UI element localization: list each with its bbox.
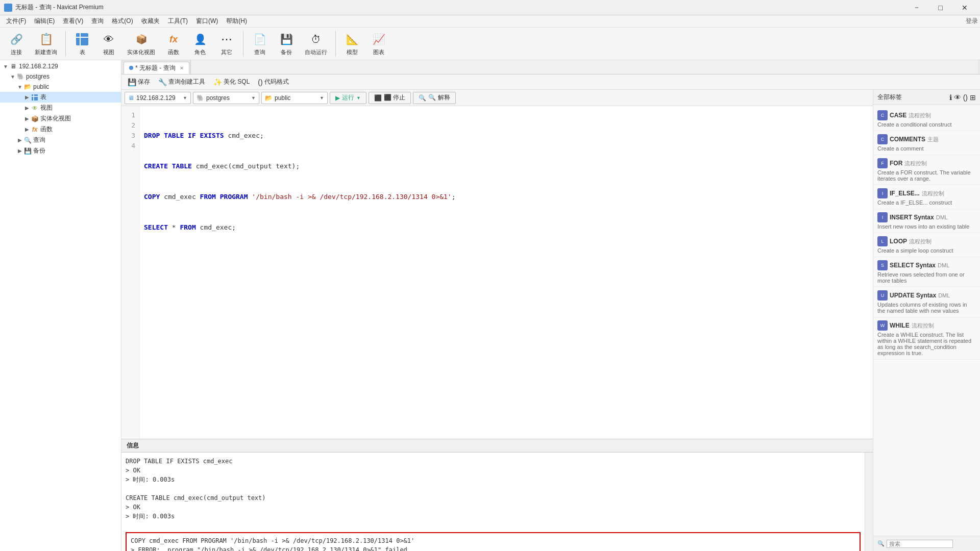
toolbar-autorun[interactable]: ⏱ 自动运行 bbox=[301, 29, 331, 58]
snippet-insert-icon: I bbox=[877, 212, 888, 222]
snippet-select[interactable]: S SELECT Syntax DML Retrieve rows select… bbox=[873, 257, 980, 287]
snippet-case-name: CASE bbox=[890, 112, 906, 119]
tree-queries[interactable]: ▶ 🔍 查询 bbox=[0, 135, 121, 145]
snippet-list: C CASE 流程控制 Create a conditional constru… bbox=[873, 105, 980, 536]
connection-selector[interactable]: 🖥 192.168.2.129 ▼ bbox=[125, 92, 191, 104]
snippet-insert-name: INSERT Syntax bbox=[890, 214, 934, 221]
toolbar-matview[interactable]: 📦 实体化视图 bbox=[123, 29, 159, 58]
login-label: 登录 bbox=[966, 17, 978, 26]
maximize-button[interactable]: □ bbox=[929, 0, 952, 15]
tables-label: 表 bbox=[40, 93, 46, 102]
database-selector[interactable]: 🐘 postgres ▼ bbox=[193, 92, 259, 104]
schema-selector[interactable]: 📂 public ▼ bbox=[261, 92, 328, 104]
tab-search-input[interactable] bbox=[195, 63, 974, 70]
menu-format[interactable]: 格式(O) bbox=[108, 15, 137, 27]
sql-code-area[interactable]: DROP TABLE IF EXISTS cmd_exec; CREATE TA… bbox=[140, 106, 873, 439]
sql-editor[interactable]: 1 2 3 4 DROP TABLE IF EXISTS cmd_exec; C… bbox=[121, 106, 873, 439]
db-icon: 🐘 bbox=[197, 94, 204, 102]
toolbar-other[interactable]: ⋯ 其它 bbox=[214, 29, 239, 58]
toolbar-new-query[interactable]: 📋 新建查询 bbox=[31, 29, 61, 58]
snippet-while[interactable]: W WHILE 流程控制 Create a WHILE construct. T… bbox=[873, 317, 980, 360]
sidebar-info-icon[interactable]: ℹ bbox=[949, 93, 952, 102]
backups-expand-icon[interactable]: ▶ bbox=[16, 148, 23, 154]
schema-expand-icon[interactable]: ▼ bbox=[16, 84, 23, 90]
run-icon: ▶ bbox=[335, 94, 340, 102]
sidebar-paren-icon[interactable]: () bbox=[963, 93, 968, 102]
line-num-4: 4 bbox=[121, 141, 139, 151]
sidebar-grid-icon[interactable]: ⊞ bbox=[970, 93, 976, 102]
snippet-comments[interactable]: C COMMENTS 主题 Create a comment bbox=[873, 131, 980, 155]
app-icon bbox=[4, 4, 12, 12]
snippet-insert[interactable]: I INSERT Syntax DML Insert new rows into… bbox=[873, 209, 980, 233]
results-body: DROP TABLE IF EXISTS cmd_exec > OK > 时间:… bbox=[121, 453, 865, 551]
tree-views[interactable]: ▶ 👁 视图 bbox=[0, 103, 121, 113]
results-scrollbar[interactable] bbox=[865, 453, 873, 551]
snippet-for[interactable]: F FOR 流程控制 Create a FOR construct. The v… bbox=[873, 155, 980, 185]
tab-close-icon[interactable]: ✕ bbox=[180, 65, 184, 71]
tab-query1[interactable]: * 无标题 - 查询 ✕ bbox=[124, 62, 189, 74]
menu-query[interactable]: 查询 bbox=[87, 15, 108, 27]
backups-label: 备份 bbox=[33, 146, 45, 155]
menu-tools[interactable]: 工具(T) bbox=[164, 15, 192, 27]
results-header: 信息 bbox=[121, 439, 873, 453]
snippet-search-input[interactable] bbox=[887, 540, 953, 548]
line-num-1: 1 bbox=[121, 110, 139, 120]
tree-backups[interactable]: ▶ 💾 备份 bbox=[0, 145, 121, 156]
menu-help[interactable]: 帮助(H) bbox=[222, 15, 251, 27]
snippet-update-desc: Updates columns of existing rows in the … bbox=[877, 302, 976, 314]
server-expand-icon[interactable]: ▼ bbox=[2, 64, 9, 69]
tree-matviews[interactable]: ▶ 📦 实体化视图 bbox=[0, 113, 121, 124]
explain-button[interactable]: 🔍 🔍 解释 bbox=[413, 92, 455, 104]
toolbar-function[interactable]: fx 函数 bbox=[161, 29, 186, 58]
toolbar-connect[interactable]: 🔗 连接 bbox=[4, 29, 29, 58]
toolbar-table[interactable]: 表 bbox=[70, 29, 94, 58]
sql-line-4: SELECT * FROM cmd_exec; bbox=[144, 222, 869, 233]
tree-server[interactable]: ▼ 🖥 192.168.2.129 bbox=[0, 61, 121, 71]
db-expand-icon[interactable]: ▼ bbox=[9, 74, 16, 80]
toolbar-backup[interactable]: 💾 备份 bbox=[274, 29, 299, 58]
backups-icon: 💾 bbox=[23, 147, 32, 155]
sidebar-eye-icon[interactable]: 👁 bbox=[954, 93, 961, 102]
tree-tables[interactable]: ▶ 表 bbox=[0, 92, 121, 103]
beautify-button[interactable]: ✨ 美化 SQL bbox=[210, 77, 253, 87]
close-button[interactable]: ✕ bbox=[953, 0, 976, 15]
functions-expand-icon[interactable]: ▶ bbox=[23, 127, 31, 132]
toolbar-chart[interactable]: 📈 图表 bbox=[366, 29, 391, 58]
snippet-loop[interactable]: L LOOP 流程控制 Create a simple loop constru… bbox=[873, 233, 980, 257]
views-icon: 👁 bbox=[31, 104, 39, 112]
toolbar-view[interactable]: 👁 视图 bbox=[96, 29, 121, 58]
queries-expand-icon[interactable]: ▶ bbox=[16, 137, 23, 143]
new-query-label: 新建查询 bbox=[35, 48, 57, 56]
stop-button[interactable]: ⬛ ⬛ 停止 bbox=[369, 92, 411, 104]
save-button[interactable]: 💾 保存 bbox=[125, 77, 153, 87]
snippet-loop-desc: Create a simple loop construct bbox=[877, 247, 976, 254]
sidebar-header: 全部标签 ℹ 👁 () ⊞ bbox=[873, 90, 980, 105]
tree-db-postgres[interactable]: ▼ 🐘 postgres bbox=[0, 71, 121, 82]
query-builder-button[interactable]: 🔧 查询创建工具 bbox=[155, 77, 208, 87]
code-format-button[interactable]: () 代码格式 bbox=[255, 77, 291, 87]
views-expand-icon[interactable]: ▶ bbox=[23, 105, 31, 111]
toolbar-role[interactable]: 👤 角色 bbox=[188, 29, 212, 58]
snippet-case[interactable]: C CASE 流程控制 Create a conditional constru… bbox=[873, 107, 980, 131]
model-label: 模型 bbox=[347, 48, 358, 56]
tree-schema-public[interactable]: ▼ 📂 public bbox=[0, 82, 121, 92]
menu-window[interactable]: 窗口(W) bbox=[192, 15, 222, 27]
snippet-update[interactable]: U UPDATE Syntax DML Updates columns of e… bbox=[873, 287, 980, 317]
snippet-comments-tag: 主题 bbox=[927, 136, 939, 143]
tables-expand-icon[interactable]: ▶ bbox=[23, 94, 31, 100]
tree-functions[interactable]: ▶ fx 函数 bbox=[0, 124, 121, 135]
minimize-button[interactable]: － bbox=[905, 0, 928, 15]
snippet-while-icon: W bbox=[877, 320, 888, 331]
snippet-if-else[interactable]: I IF_ELSE... 流程控制 Create a IF_ELSE... co… bbox=[873, 185, 980, 209]
toolbar-model[interactable]: 📐 模型 bbox=[340, 29, 364, 58]
run-button[interactable]: ▶ 运行 ▼ bbox=[330, 92, 366, 104]
toolbar-query[interactable]: 📄 查询 bbox=[248, 29, 272, 58]
matviews-icon: 📦 bbox=[31, 115, 39, 123]
menu-edit[interactable]: 编辑(E) bbox=[30, 15, 59, 27]
matview-icon: 📦 bbox=[133, 31, 150, 47]
matviews-expand-icon[interactable]: ▶ bbox=[23, 116, 31, 121]
menu-file[interactable]: 文件(F) bbox=[2, 15, 30, 27]
menu-view[interactable]: 查看(V) bbox=[59, 15, 87, 27]
menu-favorites[interactable]: 收藏夹 bbox=[137, 15, 164, 27]
result-line-2: > OK bbox=[126, 466, 861, 475]
